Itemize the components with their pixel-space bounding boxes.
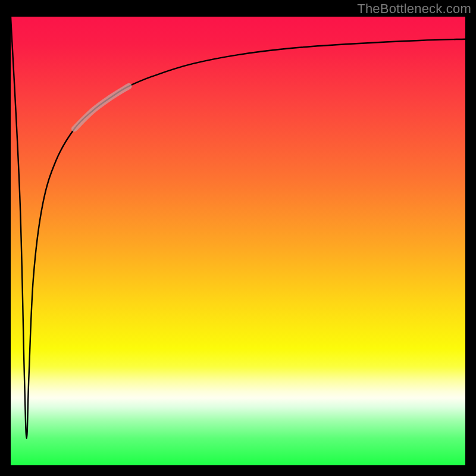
curve-highlight-segment — [74, 86, 129, 129]
curve-layer — [11, 17, 465, 465]
attribution-label: TheBottleneck.com — [357, 1, 471, 17]
chart-stage: TheBottleneck.com — [0, 0, 476, 476]
plot-frame — [11, 17, 465, 465]
bottleneck-curve — [11, 17, 465, 439]
